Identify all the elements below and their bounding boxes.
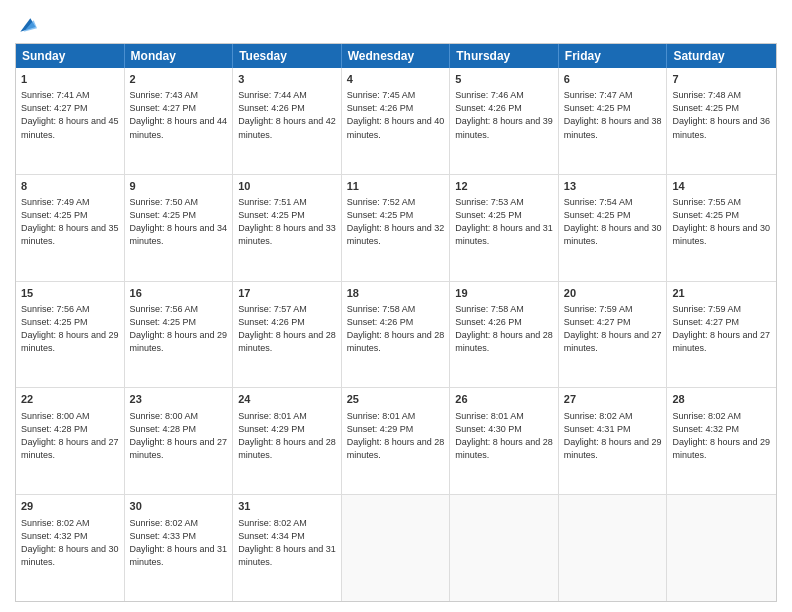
day-cell-1: 1 Sunrise: 7:41 AM Sunset: 4:27 PM Dayli…	[16, 68, 125, 174]
sunrise-info: Sunrise: 8:02 AM	[238, 517, 336, 530]
day-cell-15: 15 Sunrise: 7:56 AM Sunset: 4:25 PM Dayl…	[16, 282, 125, 388]
daylight-info: Daylight: 8 hours and 28 minutes.	[347, 329, 445, 355]
sunset-info: Sunset: 4:25 PM	[564, 209, 662, 222]
sunset-info: Sunset: 4:26 PM	[455, 102, 553, 115]
day-number: 1	[21, 72, 119, 87]
sunset-info: Sunset: 4:31 PM	[564, 423, 662, 436]
day-number: 18	[347, 286, 445, 301]
sunrise-info: Sunrise: 8:00 AM	[130, 410, 228, 423]
day-number: 11	[347, 179, 445, 194]
sunset-info: Sunset: 4:30 PM	[455, 423, 553, 436]
daylight-info: Daylight: 8 hours and 32 minutes.	[347, 222, 445, 248]
day-number: 14	[672, 179, 771, 194]
daylight-info: Daylight: 8 hours and 35 minutes.	[21, 222, 119, 248]
calendar-week-1: 1 Sunrise: 7:41 AM Sunset: 4:27 PM Dayli…	[16, 68, 776, 175]
sunrise-info: Sunrise: 8:02 AM	[130, 517, 228, 530]
sunrise-info: Sunrise: 7:56 AM	[21, 303, 119, 316]
sunset-info: Sunset: 4:27 PM	[564, 316, 662, 329]
empty-cell	[450, 495, 559, 601]
logo	[15, 15, 37, 35]
day-number: 7	[672, 72, 771, 87]
sunrise-info: Sunrise: 7:58 AM	[455, 303, 553, 316]
sunset-info: Sunset: 4:26 PM	[238, 316, 336, 329]
sunrise-info: Sunrise: 7:59 AM	[672, 303, 771, 316]
sunset-info: Sunset: 4:28 PM	[21, 423, 119, 436]
sunrise-info: Sunrise: 7:54 AM	[564, 196, 662, 209]
sunset-info: Sunset: 4:33 PM	[130, 530, 228, 543]
day-cell-19: 19 Sunrise: 7:58 AM Sunset: 4:26 PM Dayl…	[450, 282, 559, 388]
day-number: 10	[238, 179, 336, 194]
day-cell-30: 30 Sunrise: 8:02 AM Sunset: 4:33 PM Dayl…	[125, 495, 234, 601]
sunrise-info: Sunrise: 7:41 AM	[21, 89, 119, 102]
sunset-info: Sunset: 4:32 PM	[21, 530, 119, 543]
day-number: 19	[455, 286, 553, 301]
calendar-week-2: 8 Sunrise: 7:49 AM Sunset: 4:25 PM Dayli…	[16, 175, 776, 282]
header-day-monday: Monday	[125, 44, 234, 68]
sunrise-info: Sunrise: 7:47 AM	[564, 89, 662, 102]
daylight-info: Daylight: 8 hours and 45 minutes.	[21, 115, 119, 141]
empty-cell	[559, 495, 668, 601]
daylight-info: Daylight: 8 hours and 29 minutes.	[672, 436, 771, 462]
day-number: 30	[130, 499, 228, 514]
day-number: 6	[564, 72, 662, 87]
daylight-info: Daylight: 8 hours and 29 minutes.	[21, 329, 119, 355]
sunset-info: Sunset: 4:25 PM	[21, 316, 119, 329]
header-day-thursday: Thursday	[450, 44, 559, 68]
daylight-info: Daylight: 8 hours and 27 minutes.	[21, 436, 119, 462]
day-cell-27: 27 Sunrise: 8:02 AM Sunset: 4:31 PM Dayl…	[559, 388, 668, 494]
day-number: 13	[564, 179, 662, 194]
day-cell-23: 23 Sunrise: 8:00 AM Sunset: 4:28 PM Dayl…	[125, 388, 234, 494]
sunrise-info: Sunrise: 7:57 AM	[238, 303, 336, 316]
sunset-info: Sunset: 4:26 PM	[238, 102, 336, 115]
sunset-info: Sunset: 4:29 PM	[238, 423, 336, 436]
day-cell-20: 20 Sunrise: 7:59 AM Sunset: 4:27 PM Dayl…	[559, 282, 668, 388]
day-number: 27	[564, 392, 662, 407]
day-number: 24	[238, 392, 336, 407]
day-number: 9	[130, 179, 228, 194]
day-number: 29	[21, 499, 119, 514]
sunset-info: Sunset: 4:26 PM	[347, 102, 445, 115]
day-cell-26: 26 Sunrise: 8:01 AM Sunset: 4:30 PM Dayl…	[450, 388, 559, 494]
sunrise-info: Sunrise: 7:46 AM	[455, 89, 553, 102]
day-number: 23	[130, 392, 228, 407]
day-number: 26	[455, 392, 553, 407]
day-number: 8	[21, 179, 119, 194]
daylight-info: Daylight: 8 hours and 27 minutes.	[130, 436, 228, 462]
sunset-info: Sunset: 4:25 PM	[130, 209, 228, 222]
day-number: 5	[455, 72, 553, 87]
sunrise-info: Sunrise: 8:02 AM	[21, 517, 119, 530]
day-cell-28: 28 Sunrise: 8:02 AM Sunset: 4:32 PM Dayl…	[667, 388, 776, 494]
sunset-info: Sunset: 4:25 PM	[672, 102, 771, 115]
day-cell-6: 6 Sunrise: 7:47 AM Sunset: 4:25 PM Dayli…	[559, 68, 668, 174]
daylight-info: Daylight: 8 hours and 44 minutes.	[130, 115, 228, 141]
sunrise-info: Sunrise: 7:44 AM	[238, 89, 336, 102]
daylight-info: Daylight: 8 hours and 31 minutes.	[238, 543, 336, 569]
sunrise-info: Sunrise: 7:51 AM	[238, 196, 336, 209]
day-cell-17: 17 Sunrise: 7:57 AM Sunset: 4:26 PM Dayl…	[233, 282, 342, 388]
sunset-info: Sunset: 4:25 PM	[564, 102, 662, 115]
sunset-info: Sunset: 4:27 PM	[672, 316, 771, 329]
day-cell-24: 24 Sunrise: 8:01 AM Sunset: 4:29 PM Dayl…	[233, 388, 342, 494]
day-cell-12: 12 Sunrise: 7:53 AM Sunset: 4:25 PM Dayl…	[450, 175, 559, 281]
sunrise-info: Sunrise: 7:48 AM	[672, 89, 771, 102]
sunrise-info: Sunrise: 7:58 AM	[347, 303, 445, 316]
daylight-info: Daylight: 8 hours and 31 minutes.	[455, 222, 553, 248]
calendar-header: SundayMondayTuesdayWednesdayThursdayFrid…	[16, 44, 776, 68]
logo-icon	[17, 15, 37, 35]
header	[15, 15, 777, 35]
sunset-info: Sunset: 4:32 PM	[672, 423, 771, 436]
daylight-info: Daylight: 8 hours and 31 minutes.	[130, 543, 228, 569]
sunrise-info: Sunrise: 7:55 AM	[672, 196, 771, 209]
day-cell-16: 16 Sunrise: 7:56 AM Sunset: 4:25 PM Dayl…	[125, 282, 234, 388]
sunrise-info: Sunrise: 7:52 AM	[347, 196, 445, 209]
day-cell-25: 25 Sunrise: 8:01 AM Sunset: 4:29 PM Dayl…	[342, 388, 451, 494]
calendar-body: 1 Sunrise: 7:41 AM Sunset: 4:27 PM Dayli…	[16, 68, 776, 601]
daylight-info: Daylight: 8 hours and 28 minutes.	[238, 329, 336, 355]
day-cell-18: 18 Sunrise: 7:58 AM Sunset: 4:26 PM Dayl…	[342, 282, 451, 388]
day-cell-22: 22 Sunrise: 8:00 AM Sunset: 4:28 PM Dayl…	[16, 388, 125, 494]
sunrise-info: Sunrise: 7:59 AM	[564, 303, 662, 316]
daylight-info: Daylight: 8 hours and 30 minutes.	[672, 222, 771, 248]
calendar: SundayMondayTuesdayWednesdayThursdayFrid…	[15, 43, 777, 602]
sunset-info: Sunset: 4:27 PM	[130, 102, 228, 115]
day-number: 31	[238, 499, 336, 514]
